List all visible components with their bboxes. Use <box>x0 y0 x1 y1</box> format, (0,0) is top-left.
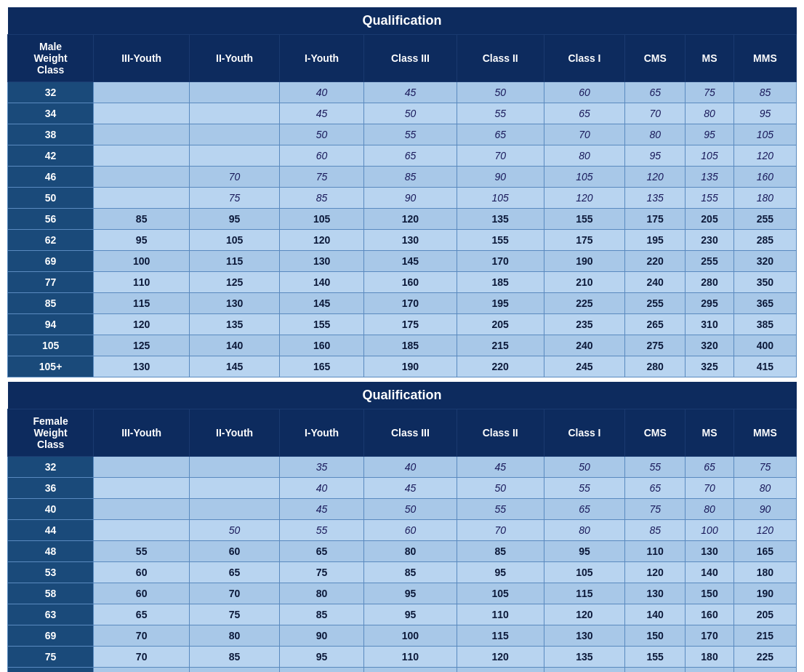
weight-class-cell: 42 <box>8 145 94 167</box>
data-cell: 85 <box>625 519 686 540</box>
data-cell: 190 <box>544 251 625 272</box>
data-cell: 65 <box>544 498 625 519</box>
data-cell: 325 <box>686 356 734 377</box>
main-container: QualificationMaleWeightClassIII-YouthII-… <box>7 7 797 672</box>
data-cell: 135 <box>457 209 544 230</box>
data-cell: 50 <box>457 477 544 498</box>
data-cell: 160 <box>686 604 734 625</box>
data-cell <box>94 82 190 103</box>
data-cell: 110 <box>625 540 686 561</box>
data-cell: 90 <box>457 167 544 188</box>
data-cell: 90 <box>733 498 796 519</box>
data-cell: 100 <box>364 625 457 646</box>
data-cell: 120 <box>364 209 457 230</box>
data-cell: 130 <box>94 356 190 377</box>
data-cell: 160 <box>733 167 796 188</box>
data-cell: 165 <box>733 540 796 561</box>
column-header-6: CMS <box>625 35 686 82</box>
data-cell: 400 <box>733 335 796 356</box>
data-cell: 135 <box>544 646 625 667</box>
data-cell: 85 <box>457 540 544 561</box>
data-cell: 70 <box>190 583 280 604</box>
column-header-0: III-Youth <box>94 409 190 456</box>
data-cell: 180 <box>733 561 796 583</box>
column-header-2: I-Youth <box>280 35 364 82</box>
data-cell: 415 <box>733 356 796 377</box>
data-cell: 130 <box>625 583 686 604</box>
data-cell <box>190 456 280 477</box>
data-cell: 130 <box>686 540 734 561</box>
data-cell: 145 <box>364 251 457 272</box>
data-cell: 55 <box>544 477 625 498</box>
data-cell: 110 <box>457 604 544 625</box>
column-header-1: II-Youth <box>190 409 280 456</box>
weight-class-cell: 69 <box>8 625 94 646</box>
table-row: 75+7585100115125140160190235 <box>8 667 797 672</box>
data-cell: 75 <box>280 561 364 583</box>
data-cell: 155 <box>280 314 364 335</box>
weight-class-cell: 75 <box>8 646 94 667</box>
data-cell: 65 <box>364 145 457 167</box>
data-cell: 60 <box>190 540 280 561</box>
data-cell: 85 <box>280 188 364 209</box>
data-cell: 80 <box>544 145 625 167</box>
data-cell: 255 <box>686 251 734 272</box>
data-cell: 80 <box>686 498 734 519</box>
data-cell: 155 <box>625 646 686 667</box>
data-cell <box>94 145 190 167</box>
data-cell: 40 <box>280 477 364 498</box>
data-cell: 120 <box>625 167 686 188</box>
data-cell: 225 <box>544 293 625 314</box>
data-cell: 115 <box>364 667 457 672</box>
data-cell: 65 <box>625 477 686 498</box>
data-cell: 50 <box>457 82 544 103</box>
data-cell: 140 <box>190 335 280 356</box>
data-cell: 55 <box>364 124 457 145</box>
table-row: 536065758595105120140180 <box>8 561 797 583</box>
data-cell: 130 <box>190 293 280 314</box>
data-cell: 80 <box>190 625 280 646</box>
data-cell: 280 <box>625 356 686 377</box>
data-cell: 130 <box>364 230 457 251</box>
data-cell: 70 <box>625 103 686 124</box>
qualification-table: QualificationMaleWeightClassIII-YouthII-… <box>7 7 797 672</box>
data-cell: 170 <box>686 625 734 646</box>
data-cell <box>94 124 190 145</box>
data-cell: 105 <box>544 167 625 188</box>
data-cell: 190 <box>686 667 734 672</box>
data-cell: 175 <box>625 209 686 230</box>
weight-class-cell: 105 <box>8 335 94 356</box>
table-row: 5860708095105115130150190 <box>8 583 797 604</box>
data-cell: 95 <box>625 145 686 167</box>
data-cell: 320 <box>686 335 734 356</box>
data-cell: 50 <box>280 124 364 145</box>
data-cell: 70 <box>457 145 544 167</box>
column-header-5: Class I <box>544 409 625 456</box>
data-cell: 180 <box>733 188 796 209</box>
table-row: 3240455060657585 <box>8 82 797 103</box>
data-cell <box>94 456 190 477</box>
data-cell <box>94 188 190 209</box>
data-cell: 115 <box>457 625 544 646</box>
weight-class-cell: 58 <box>8 583 94 604</box>
weight-class-cell: 38 <box>8 124 94 145</box>
data-cell: 65 <box>625 82 686 103</box>
data-cell: 145 <box>190 356 280 377</box>
data-cell: 100 <box>686 519 734 540</box>
data-cell: 175 <box>364 314 457 335</box>
data-cell: 135 <box>190 314 280 335</box>
data-cell: 140 <box>686 561 734 583</box>
data-cell: 125 <box>457 667 544 672</box>
data-cell: 90 <box>280 625 364 646</box>
data-cell: 65 <box>280 540 364 561</box>
weight-class-cell: 32 <box>8 456 94 477</box>
weight-class-cell: 40 <box>8 498 94 519</box>
data-cell: 190 <box>733 583 796 604</box>
table-row: 568595105120135155175205255 <box>8 209 797 230</box>
data-cell: 65 <box>686 456 734 477</box>
data-cell <box>190 477 280 498</box>
data-cell: 310 <box>686 314 734 335</box>
data-cell: 220 <box>625 251 686 272</box>
data-cell: 70 <box>457 519 544 540</box>
weight-class-cell: 53 <box>8 561 94 583</box>
